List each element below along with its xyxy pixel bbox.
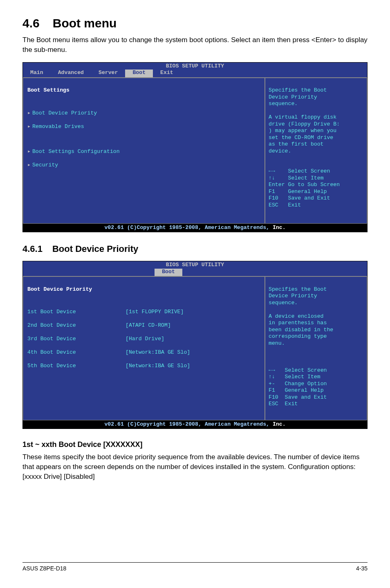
option-heading: 1st ~ xxth Boot Device [XXXXXXX] <box>22 440 368 449</box>
bios-tab-bar: Boot <box>23 269 367 276</box>
setting-value: [ATAPI CD-ROM] <box>126 322 171 328</box>
footer-product: ASUS Z8PE-D18 <box>22 565 66 572</box>
subsection-name: Boot Device Priority <box>52 244 138 254</box>
key-hint: F1 General Help <box>269 387 324 393</box>
tab-server: Server <box>91 70 125 77</box>
subsection-number: 4.6.1 <box>22 244 43 254</box>
submenu-marker-icon: ▸ <box>27 123 32 130</box>
section-name: Boot menu <box>53 16 117 30</box>
key-hint: ESC Exit <box>269 202 301 208</box>
pane-heading: Boot Device Priority <box>27 286 260 293</box>
key-hint: Enter Go to Sub Screen <box>269 182 340 188</box>
setting-label: 1st Boot Device <box>27 309 126 316</box>
tab-boot: Boot <box>155 269 182 276</box>
bios-tab-bar: Main Advanced Server Boot Exit <box>23 70 367 77</box>
submenu-marker-icon: ▸ <box>27 148 32 155</box>
setting-value: [1st FLOPPY DRIVE] <box>126 309 184 315</box>
key-hint: ESC Exit <box>269 401 298 407</box>
setting-value: [Network:IBA GE Slo] <box>126 349 190 355</box>
bios-help-pane: Specifies the Boot Device Priority seque… <box>265 78 367 224</box>
key-hint: ←→ Select Screen <box>269 367 327 373</box>
pane-heading: Boot Settings <box>27 87 260 94</box>
menu-item: Boot Device Priority <box>32 110 97 116</box>
bios-title: BIOS SETUP UTILITY <box>23 261 367 269</box>
submenu-marker-icon: ▸ <box>27 110 32 116</box>
key-hint: F10 Save and Exit <box>269 394 327 400</box>
help-text: Specifies the Boot Device Priority seque… <box>269 286 333 346</box>
intro-paragraph: The Boot menu items allow you to change … <box>22 35 368 55</box>
tab-main: Main <box>23 70 51 77</box>
key-hint: F1 General Help <box>269 189 327 195</box>
section-title: 4.6Boot menu <box>22 16 368 30</box>
setting-label: 5th Boot Device <box>27 363 126 370</box>
setting-label: 2nd Boot Device <box>27 322 126 329</box>
submenu-marker-icon: ▸ <box>27 162 32 168</box>
help-text: Specifies the Boot Device Priority seque… <box>269 87 340 154</box>
bios-help-pane: Specifies the Boot Device Priority seque… <box>265 276 367 420</box>
page-footer: ASUS Z8PE-D18 4-35 <box>22 562 368 572</box>
key-hint: F10 Save and Exit <box>269 195 330 201</box>
key-hint: +- Change Option <box>269 381 327 387</box>
setting-label: 4th Boot Device <box>27 349 126 356</box>
tab-exit: Exit <box>153 70 181 77</box>
bios-title: BIOS SETUP UTILITY <box>23 63 367 70</box>
menu-item: Removable Drives <box>32 123 84 130</box>
bios-footer: v02.61 (C)Copyright 1985-2008, American … <box>23 420 367 429</box>
setting-label: 3rd Boot Device <box>27 336 126 343</box>
bios-footer: v02.61 (C)Copyright 1985-2008, American … <box>23 224 367 232</box>
setting-value: [Hard Drive] <box>126 336 164 342</box>
footer-page-number: 4-35 <box>356 565 368 572</box>
section-number: 4.6 <box>22 16 40 30</box>
key-hint: ↑↓ Select Item <box>269 175 324 181</box>
menu-item: Boot Settings Configuration <box>32 148 120 155</box>
bios-left-pane: Boot Device Priority 1st Boot Device[1st… <box>23 276 265 420</box>
option-description: These items specify the boot device prio… <box>22 452 368 481</box>
bios-left-pane: Boot Settings ▸Boot Device Priority ▸Rem… <box>23 78 265 224</box>
tab-advanced: Advanced <box>51 70 91 77</box>
key-hint: ↑↓ Select Item <box>269 374 321 380</box>
bios-screenshot-boot-settings: BIOS SETUP UTILITY Main Advanced Server … <box>22 62 368 233</box>
tab-boot: Boot <box>125 70 153 77</box>
bios-screenshot-boot-priority: BIOS SETUP UTILITY Boot Boot Device Prio… <box>22 261 368 429</box>
menu-item: Security <box>32 162 58 168</box>
subsection-title: 4.6.1Boot Device Priority <box>22 244 368 254</box>
setting-value: [Network:IBA GE Slo] <box>126 363 190 369</box>
key-hint: ←→ Select Screen <box>269 168 330 174</box>
